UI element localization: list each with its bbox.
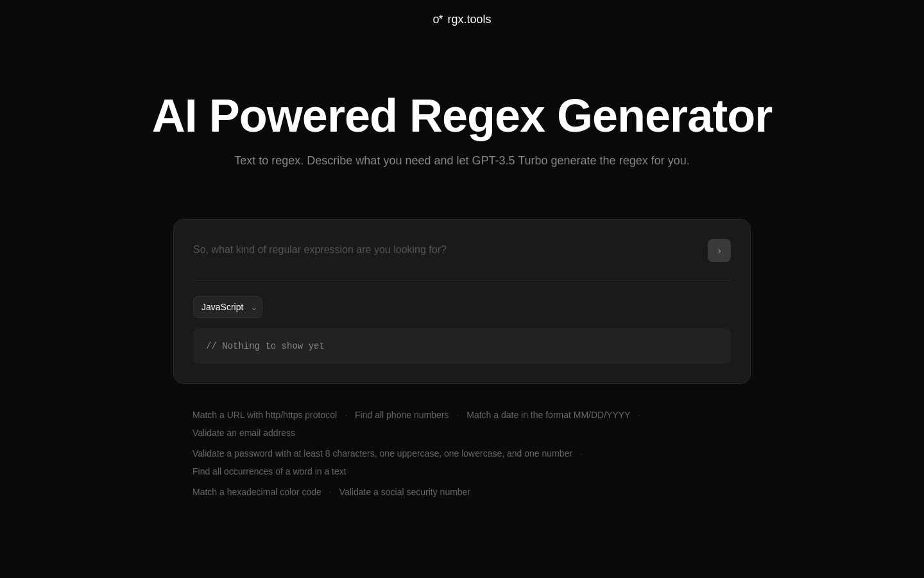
sep-2: · [456, 410, 459, 420]
language-selector: JavaScript Python Go Java Ruby PHP [193, 296, 731, 318]
main-card: › JavaScript Python Go Java Ruby PHP // … [173, 219, 751, 384]
suggestion-date[interactable]: Match a date in the format MM/DD/YYYY [466, 410, 630, 420]
suggestions-row-2: Validate a password with at least 8 char… [193, 448, 732, 477]
logo-text: rgx.tools [447, 13, 491, 26]
suggestion-password[interactable]: Validate a password with at least 8 char… [193, 448, 572, 459]
card-divider [193, 280, 731, 281]
suggestions-section: Match a URL with http/https protocol · F… [173, 410, 751, 497]
logo-icon: o* [432, 13, 442, 26]
code-output: // Nothing to show yet [193, 328, 731, 364]
input-row: › [193, 239, 731, 265]
chevron-right-icon: › [718, 245, 721, 256]
suggestions-row-1: Match a URL with http/https protocol · F… [193, 410, 732, 438]
sep-4: · [580, 448, 583, 459]
hero-subtitle: Text to regex. Describe what you need an… [13, 154, 911, 168]
sep-3: · [638, 410, 640, 420]
suggestion-phone[interactable]: Find all phone numbers [355, 410, 449, 420]
navbar: o* rgx.tools [0, 0, 924, 39]
suggestions-row-3: Match a hexadecimal color code · Validat… [193, 487, 732, 497]
suggestion-url[interactable]: Match a URL with http/https protocol [193, 410, 337, 420]
hero-section: AI Powered Regex Generator Text to regex… [0, 39, 924, 193]
suggestion-ssn[interactable]: Validate a social security number [339, 487, 470, 497]
submit-button[interactable]: › [708, 239, 731, 262]
language-select[interactable]: JavaScript Python Go Java Ruby PHP [193, 296, 262, 318]
select-wrapper: JavaScript Python Go Java Ruby PHP [193, 296, 262, 318]
sep-5: · [329, 487, 332, 497]
code-placeholder-text: // Nothing to show yet [206, 341, 325, 351]
suggestion-word[interactable]: Find all occurrences of a word in a text [193, 466, 346, 477]
prompt-input[interactable] [193, 239, 700, 265]
suggestion-hex[interactable]: Match a hexadecimal color code [193, 487, 321, 497]
sep-1: · [345, 410, 347, 420]
suggestion-email[interactable]: Validate an email address [193, 428, 295, 438]
hero-title: AI Powered Regex Generator [13, 91, 911, 141]
